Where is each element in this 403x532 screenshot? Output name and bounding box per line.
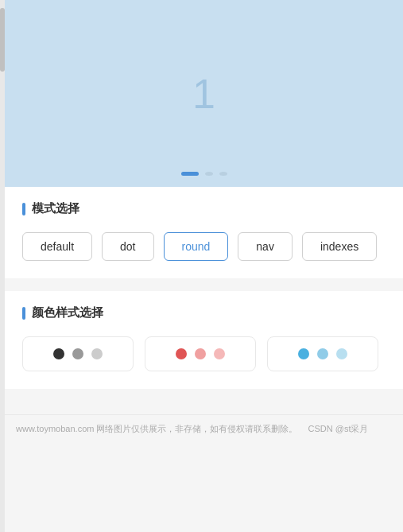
section-divider [5,285,403,291]
color-title-text: 颜色样式选择 [32,305,103,320]
mode-btn-nav[interactable]: nav [238,232,293,261]
carousel-indicators [181,172,227,176]
indicator-1[interactable] [181,172,199,176]
section-divider-3 [5,402,403,408]
carousel-slide-number: 1 [192,70,215,118]
color-dot-blue-1 [298,348,309,359]
color-dot-blue-3 [336,348,347,359]
footer-text: www.toymoban.com 网络图片仅供展示，非存储，如有侵权请联系删除。 [16,424,297,433]
section-divider-2 [5,395,403,402]
indicator-2[interactable] [205,172,213,176]
mode-title-text: 模式选择 [32,201,79,216]
color-dot-dark-3 [91,348,103,359]
page-container: 1 模式选择 default dot round nav indexes [0,0,403,443]
color-card-blue[interactable] [267,336,378,371]
color-dot-red-2 [195,348,206,359]
mode-btn-round[interactable]: round [164,232,229,261]
color-card-red[interactable] [145,336,256,371]
footer: www.toymoban.com 网络图片仅供展示，非存储，如有侵权请联系删除。… [5,414,403,443]
mode-title-bar [22,203,25,216]
color-dot-dark-1 [53,348,64,359]
section-divider-4 [5,408,403,414]
color-card-dark[interactable] [22,336,134,371]
footer-watermark: CSDN @st采月 [308,424,369,433]
mode-buttons-container: default dot round nav indexes [22,232,386,261]
color-dot-dark-2 [72,348,83,359]
mode-section: 模式选择 default dot round nav indexes [5,187,403,278]
color-dot-red-3 [214,348,225,359]
indicator-3[interactable] [219,172,227,176]
scrollbar-thumb[interactable] [0,8,5,72]
color-section-title: 颜色样式选择 [22,305,386,320]
content-area: 1 模式选择 default dot round nav indexes [5,0,403,443]
carousel: 1 [5,0,403,187]
mode-section-title: 模式选择 [22,201,386,216]
scrollbar[interactable] [0,0,5,532]
mode-btn-dot[interactable]: dot [102,232,153,261]
color-cards-container [22,336,386,371]
color-dot-blue-2 [317,348,328,359]
mode-btn-default[interactable]: default [22,232,92,261]
color-section: 颜色样式选择 [5,291,403,389]
color-title-bar [22,307,25,320]
color-dot-red-1 [176,348,187,359]
mode-btn-indexes[interactable]: indexes [302,232,377,261]
